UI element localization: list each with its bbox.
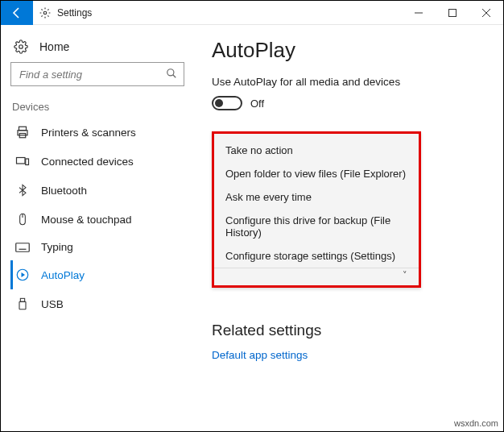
maximize-button[interactable] [436, 1, 469, 25]
connected-devices-icon [15, 154, 30, 168]
window-title: Settings [57, 7, 92, 19]
sidebar-item-printers[interactable]: Printers & scanners [10, 118, 184, 147]
search-input[interactable] [18, 68, 166, 81]
arrow-left-icon [10, 6, 23, 19]
sidebar-item-label: Typing [41, 241, 73, 253]
default-app-settings-link[interactable]: Default app settings [212, 349, 485, 361]
svg-point-0 [43, 11, 47, 15]
svg-rect-24 [19, 301, 26, 309]
close-button[interactable] [469, 1, 503, 25]
section-label: Devices [10, 101, 184, 113]
watermark: wsxdn.com [454, 418, 498, 428]
svg-point-6 [167, 69, 174, 75]
autoplay-icon [15, 268, 30, 282]
back-button[interactable] [1, 1, 33, 25]
bluetooth-icon [15, 183, 30, 197]
svg-rect-2 [449, 9, 456, 16]
minimize-icon [415, 9, 423, 17]
dropdown-collapsed-row[interactable]: Choose a default ˅ [214, 268, 419, 280]
sidebar-item-connected[interactable]: Connected devices [10, 147, 184, 176]
chevron-down-icon: ˅ [403, 270, 407, 280]
dropdown-option[interactable]: Configure this drive for backup (File Hi… [214, 209, 419, 244]
related-settings-heading: Related settings [212, 322, 485, 339]
page-title: AutoPlay [212, 38, 485, 63]
svg-rect-15 [16, 243, 30, 251]
sidebar-item-label: Mouse & touchpad [41, 214, 132, 226]
sidebar-item-label: USB [41, 298, 64, 310]
dropdown-option[interactable]: Ask me every time [214, 185, 419, 209]
close-icon [482, 9, 490, 17]
sidebar-item-autoplay[interactable]: AutoPlay [10, 260, 184, 289]
search-input-wrapper[interactable] [10, 62, 184, 86]
autoplay-toggle-label: Use AutoPlay for all media and devices [212, 76, 485, 88]
dropdown-option[interactable]: Take no action [214, 139, 419, 162]
sidebar-item-usb[interactable]: USB [10, 289, 184, 318]
svg-point-5 [19, 45, 23, 49]
sidebar-item-label: Connected devices [41, 156, 134, 168]
printer-icon [15, 125, 30, 139]
sidebar-item-mouse[interactable]: Mouse & touchpad [10, 205, 184, 234]
svg-marker-22 [22, 272, 26, 277]
sidebar-item-label: Bluetooth [41, 185, 87, 197]
svg-rect-12 [26, 159, 29, 165]
svg-rect-8 [19, 127, 27, 131]
sidebar-item-label: AutoPlay [41, 269, 85, 281]
sidebar-item-label: Printers & scanners [41, 127, 136, 139]
search-icon [166, 68, 177, 81]
toggle-state: Off [250, 98, 264, 110]
maximize-icon [448, 9, 456, 17]
sidebar-item-bluetooth[interactable]: Bluetooth [10, 176, 184, 205]
usb-icon [15, 297, 30, 311]
mouse-icon [15, 212, 30, 226]
minimize-button[interactable] [402, 1, 436, 25]
dropdown-option[interactable]: Open folder to view files (File Explorer… [214, 162, 419, 185]
keyboard-icon [15, 242, 30, 253]
svg-rect-11 [17, 158, 26, 164]
dropdown-option[interactable]: Configure storage settings (Settings) [214, 244, 419, 268]
svg-rect-23 [20, 298, 24, 301]
home-label: Home [39, 40, 69, 53]
autoplay-dropdown-menu: Take no action Open folder to view files… [212, 131, 421, 288]
autoplay-toggle[interactable] [212, 96, 242, 110]
gear-icon [14, 39, 28, 54]
home-button[interactable]: Home [10, 36, 184, 62]
settings-icon [39, 7, 51, 19]
sidebar-item-typing[interactable]: Typing [10, 234, 184, 260]
svg-line-7 [173, 74, 176, 77]
